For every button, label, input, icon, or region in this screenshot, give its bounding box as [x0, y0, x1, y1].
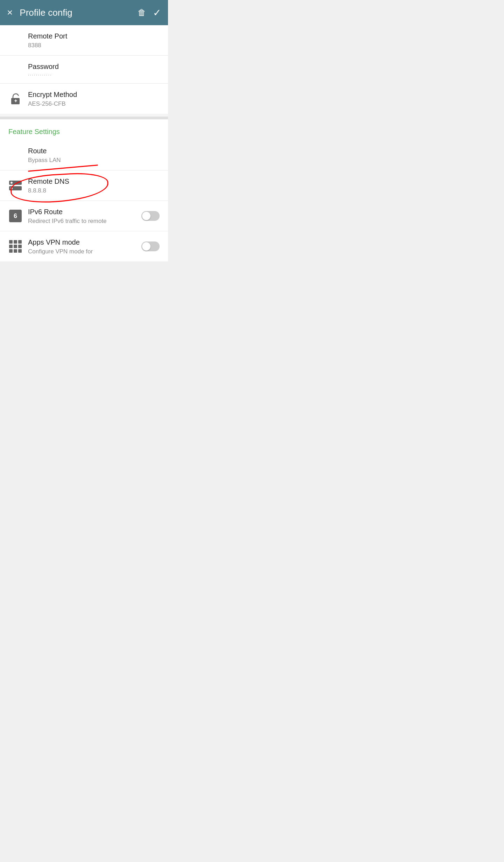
apps-dot — [9, 240, 13, 244]
apps-vpn-content: Apps VPN mode Configure VPN mode for — [28, 238, 136, 255]
apps-vpn-value: Configure VPN mode for — [28, 248, 136, 255]
basic-settings-section: Remote Port 8388 Password ············ — [0, 25, 168, 114]
password-content: Password ············ — [28, 62, 160, 77]
apps-vpn-toggle-switch[interactable] — [141, 241, 160, 251]
encrypt-method-label: Encrypt Method — [28, 90, 160, 99]
route-value: Bypass LAN — [28, 157, 160, 164]
apps-vpn-label: Apps VPN mode — [28, 238, 136, 247]
remote-dns-wrapper: Remote DNS 8.8.8.8 — [0, 170, 168, 201]
apps-dot — [9, 245, 13, 248]
apps-dot — [14, 240, 17, 244]
route-item[interactable]: Route Bypass LAN — [0, 140, 168, 170]
remote-port-icon-space — [8, 33, 22, 47]
encrypt-method-value: AES-256-CFB — [28, 100, 160, 107]
encrypt-method-content: Encrypt Method AES-256-CFB — [28, 90, 160, 107]
apps-icon — [8, 239, 22, 253]
encrypt-icon — [8, 92, 22, 106]
route-content: Route Bypass LAN — [28, 146, 160, 164]
apps-dot — [14, 245, 17, 248]
feature-settings-section: Feature Settings Route Bypass LAN Remote… — [0, 119, 168, 261]
save-button[interactable]: ✓ — [153, 7, 161, 19]
app-header: × Profile config 🗑 ✓ — [0, 0, 168, 25]
remote-dns-value: 8.8.8.8 — [28, 187, 160, 194]
ipv6-toggle[interactable] — [141, 211, 160, 221]
route-icon-space — [8, 148, 22, 162]
feature-settings-header: Feature Settings — [0, 119, 168, 140]
remote-port-value: 8388 — [28, 42, 160, 49]
section-divider — [0, 117, 168, 119]
apps-dot — [18, 245, 22, 248]
apps-vpn-toggle[interactable] — [141, 241, 160, 251]
remote-port-content: Remote Port 8388 — [28, 31, 160, 49]
feature-settings-title: Feature Settings — [8, 128, 160, 136]
apps-dot — [9, 249, 13, 253]
ipv6-badge: 6 — [9, 210, 22, 222]
remote-dns-item[interactable]: Remote DNS 8.8.8.8 — [0, 170, 168, 201]
content-area: Remote Port 8388 Password ············ — [0, 25, 168, 261]
apps-vpn-item[interactable]: Apps VPN mode Configure VPN mode for — [0, 231, 168, 261]
ipv6-route-value: Redirect IPv6 traffic to remote — [28, 218, 136, 225]
ipv6-route-label: IPv6 Route — [28, 207, 136, 216]
page-title: Profile config — [20, 7, 138, 18]
password-icon-space — [8, 63, 22, 77]
route-label: Route — [28, 146, 160, 155]
remote-dns-label: Remote DNS — [28, 177, 160, 186]
password-value: ············ — [28, 73, 160, 77]
ipv6-icon: 6 — [8, 209, 22, 223]
remote-port-item[interactable]: Remote Port 8388 — [0, 25, 168, 56]
dns-icon — [8, 178, 22, 192]
apps-dot — [18, 240, 22, 244]
remote-port-label: Remote Port — [28, 31, 160, 41]
ipv6-toggle-switch[interactable] — [141, 211, 160, 221]
apps-dot — [14, 249, 17, 253]
ipv6-route-content: IPv6 Route Redirect IPv6 traffic to remo… — [28, 207, 136, 225]
encrypt-method-item[interactable]: Encrypt Method AES-256-CFB — [0, 84, 168, 114]
password-label: Password — [28, 62, 160, 71]
close-button[interactable]: × — [7, 8, 13, 17]
apps-dot — [18, 249, 22, 253]
delete-button[interactable]: 🗑 — [138, 8, 146, 17]
password-item[interactable]: Password ············ — [0, 56, 168, 84]
ipv6-route-item[interactable]: 6 IPv6 Route Redirect IPv6 traffic to re… — [0, 201, 168, 231]
remote-dns-content: Remote DNS 8.8.8.8 — [28, 177, 160, 194]
header-actions: 🗑 ✓ — [138, 7, 161, 19]
